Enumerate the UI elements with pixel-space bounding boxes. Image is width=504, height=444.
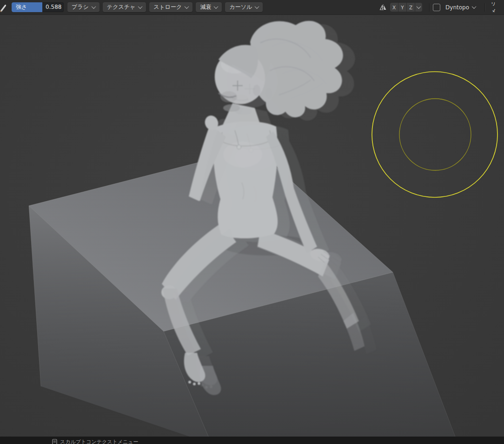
mirror-options-dropdown[interactable] — [415, 3, 422, 12]
cursor-dropdown-label: カーソル — [229, 3, 252, 11]
context-menu-label[interactable]: スカルプトコンテクストメニュー — [60, 438, 139, 444]
chevron-down-icon — [255, 4, 259, 9]
active-brush-icon[interactable] — [0, 2, 8, 13]
chevron-down-icon — [185, 4, 189, 9]
3d-viewport[interactable] — [0, 15, 504, 444]
falloff-dropdown[interactable]: 減衰 — [196, 2, 222, 12]
mirror-axis-group: X Y Z — [390, 3, 422, 12]
chevron-down-icon — [138, 4, 143, 9]
header-separator — [429, 3, 430, 12]
context-menu-icon — [52, 438, 57, 444]
dyntopo-label: Dyntopo — [445, 4, 469, 11]
mirror-y-button[interactable]: Y — [398, 3, 406, 12]
chevron-down-icon — [91, 4, 96, 9]
remesh-label: リメ — [491, 2, 497, 12]
dyntopo-panel-dropdown[interactable]: Dyntopo — [443, 2, 478, 12]
falloff-dropdown-label: 減衰 — [200, 3, 211, 11]
chevron-down-icon — [417, 4, 421, 9]
strength-value: 0.588 — [46, 2, 61, 12]
cursor-dropdown[interactable]: カーソル — [225, 2, 263, 12]
texture-dropdown[interactable]: テクスチャ — [103, 2, 146, 12]
sculpt-header-toolbar: 強さ 0.588 ブラシ テクスチャ ストローク 減衰 カーソル X Y Z — [0, 0, 504, 15]
dyntopo-checkbox[interactable] — [433, 4, 440, 11]
header-separator — [484, 3, 485, 12]
mirror-icon — [378, 2, 388, 12]
strength-slider[interactable]: 強さ 0.588 — [12, 2, 64, 12]
mirror-z-button[interactable]: Z — [407, 3, 415, 12]
chevron-down-icon — [472, 4, 477, 9]
mirror-x-button[interactable]: X — [390, 3, 398, 12]
stroke-dropdown-label: ストローク — [153, 3, 182, 11]
stroke-dropdown[interactable]: ストローク — [149, 2, 192, 12]
brush-dropdown[interactable]: ブラシ — [67, 2, 99, 12]
strength-label: 強さ — [16, 2, 27, 12]
brush-dropdown-label: ブラシ — [72, 3, 89, 11]
chevron-down-icon — [214, 4, 219, 9]
texture-dropdown-label: テクスチャ — [107, 3, 135, 11]
status-bar: スカルプトコンテクストメニュー — [0, 437, 504, 444]
remesh-panel-dropdown[interactable]: リメ — [488, 2, 502, 12]
